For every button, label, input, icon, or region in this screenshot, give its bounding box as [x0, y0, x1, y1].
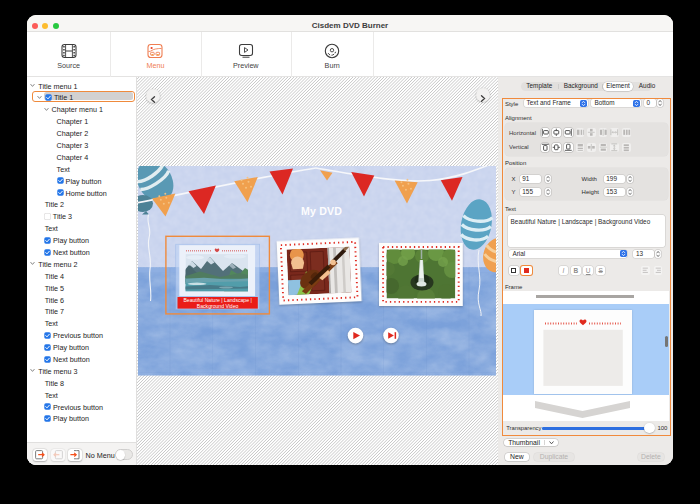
svg-text:My DVD: My DVD	[300, 205, 341, 217]
svg-text:Background Video: Background Video	[196, 303, 238, 309]
